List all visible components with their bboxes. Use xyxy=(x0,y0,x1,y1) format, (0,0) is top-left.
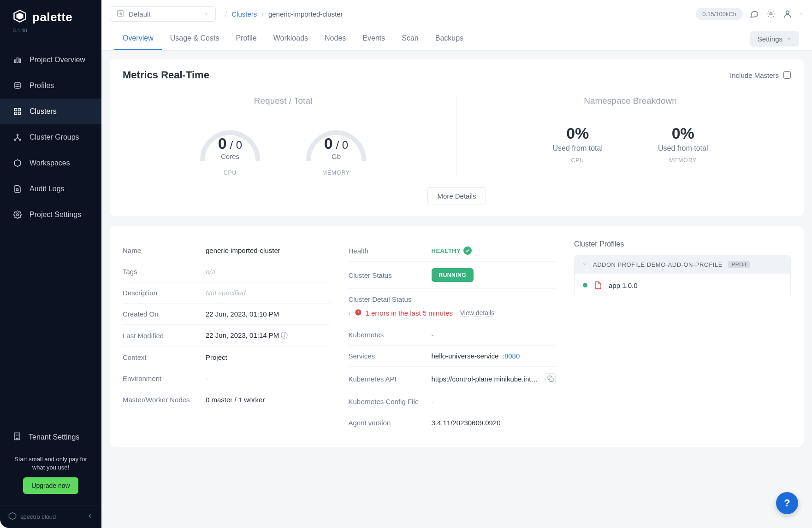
svg-rect-9 xyxy=(18,112,21,115)
svg-rect-8 xyxy=(14,112,17,115)
tab-scan[interactable]: Scan xyxy=(393,28,427,50)
cluster-info-card: Namegeneric-imported-cluster Tagsn/a Des… xyxy=(110,226,804,447)
profile-header-label: ADDON PROFILE DEMO-ADD-ON-PROFILE xyxy=(593,261,723,268)
gear-icon xyxy=(13,210,22,219)
namespace-breakdown-column: Namespace Breakdown 0% Used from total C… xyxy=(457,96,804,176)
database-icon xyxy=(13,81,22,90)
info-icon[interactable]: ⓘ xyxy=(281,331,288,339)
cluster-error-row: › 1 errors in the last 5 minutes View de… xyxy=(349,309,495,317)
sidebar-item-label: Project Settings xyxy=(30,211,81,219)
profile-item[interactable]: app 1.0.0 xyxy=(575,274,790,297)
user-menu-chevron-icon xyxy=(799,10,804,18)
collapse-sidebar-button[interactable] xyxy=(87,513,93,521)
view-details-link[interactable]: View details xyxy=(460,309,494,317)
sidebar-item-audit-logs[interactable]: Audit Logs xyxy=(0,176,101,202)
include-masters-label: Include Masters xyxy=(730,71,779,79)
kubernetes-config-label: Kubernetes Config File xyxy=(349,398,427,405)
tags-value: n/a xyxy=(206,268,330,276)
spectro-icon xyxy=(8,512,17,522)
tab-backups[interactable]: Backups xyxy=(427,28,472,50)
breadcrumb-clusters-link[interactable]: Clusters xyxy=(231,10,257,18)
memory-gauge-label: MEMORY xyxy=(322,170,350,176)
description-value: Not specified. xyxy=(206,289,330,297)
svg-rect-6 xyxy=(14,108,17,111)
cpu-gauge-label: CPU xyxy=(224,170,237,176)
svg-point-19 xyxy=(770,13,772,15)
help-fab[interactable]: ? xyxy=(776,492,798,514)
cluster-detail-status-label: Cluster Detail Status xyxy=(349,295,412,303)
metrics-card: Metrics Real-Time Include Masters Reques… xyxy=(110,59,804,216)
environment-value: - xyxy=(206,375,330,382)
tab-profile[interactable]: Profile xyxy=(227,28,265,50)
chat-icon[interactable] xyxy=(749,9,759,19)
last-modified-value: 22 Jun, 2023, 01:14 PM ⓘ xyxy=(206,331,330,340)
request-total-title: Request / Total xyxy=(254,96,312,106)
profile-header[interactable]: ADDON PROFILE DEMO-ADD-ON-PROFILE PROJ xyxy=(575,255,790,274)
app-name: palette xyxy=(32,10,72,24)
sidebar-item-project-overview[interactable]: Project Overview xyxy=(0,47,101,73)
copy-button[interactable] xyxy=(545,373,556,384)
tenant-settings[interactable]: Tenant Settings xyxy=(0,424,101,451)
description-label: Description xyxy=(123,289,201,297)
tab-nodes[interactable]: Nodes xyxy=(316,28,354,50)
sidebar: palette 3.4.48 Project Overview Profiles… xyxy=(0,0,101,528)
sidebar-item-profiles[interactable]: Profiles xyxy=(0,73,101,99)
context-value: Project xyxy=(206,353,330,361)
user-menu[interactable] xyxy=(782,9,793,19)
tab-bar: Overview Usage & Costs Profile Workloads… xyxy=(101,28,812,51)
network-icon xyxy=(13,133,22,142)
include-masters-toggle[interactable]: Include Masters xyxy=(730,71,791,79)
created-on-label: Created On xyxy=(123,310,201,318)
helm-icon xyxy=(594,281,602,289)
svg-rect-3 xyxy=(17,58,18,63)
sidebar-item-label: Workspaces xyxy=(30,159,70,167)
svg-point-14 xyxy=(16,188,18,191)
master-worker-label: Master/Worker Nodes xyxy=(123,396,201,404)
metrics-title: Metrics Real-Time xyxy=(123,69,730,81)
svg-point-15 xyxy=(17,214,19,216)
project-selector[interactable]: Default xyxy=(110,6,216,22)
svg-point-11 xyxy=(14,139,16,141)
sidebar-item-clusters[interactable]: Clusters xyxy=(0,99,101,124)
sidebar-item-workspaces[interactable]: Workspaces xyxy=(0,150,101,176)
tab-workloads[interactable]: Workloads xyxy=(265,28,316,50)
tab-usage-costs[interactable]: Usage & Costs xyxy=(162,28,228,50)
chevron-down-icon xyxy=(582,261,587,268)
namespace-title: Namespace Breakdown xyxy=(584,96,677,106)
bar-chart-icon xyxy=(117,10,124,18)
spectro-cloud-bar: spectro cloud xyxy=(0,505,101,528)
svg-marker-17 xyxy=(9,513,16,520)
master-worker-value: 0 master / 1 worker xyxy=(206,396,330,404)
settings-gear-icon[interactable] xyxy=(766,9,776,19)
building-icon xyxy=(13,432,21,442)
grid-icon xyxy=(13,107,22,116)
upgrade-text: Start small and only pay for what you us… xyxy=(8,455,93,472)
sidebar-nav: Project Overview Profiles Clusters Clust… xyxy=(0,42,101,424)
memory-gauge-value: 0 / 0 xyxy=(324,135,348,153)
tab-overview[interactable]: Overview xyxy=(114,28,162,50)
upgrade-button[interactable]: Upgrade now xyxy=(23,477,78,494)
svg-point-10 xyxy=(17,134,18,135)
cpu-gauge-value: 0 / 0 xyxy=(218,135,242,153)
kubernetes-api-value: https://control-plane.minikube.intern... xyxy=(432,373,556,384)
health-label: Health xyxy=(349,247,427,255)
memory-gauge: 0 / 0 Gb MEMORY xyxy=(302,120,371,176)
chevron-right-icon[interactable]: › xyxy=(349,309,351,317)
ns-cpu-label: CPU xyxy=(571,157,584,164)
kubernetes-value: - xyxy=(432,331,556,339)
svg-point-5 xyxy=(15,82,20,85)
settings-dropdown[interactable]: Settings xyxy=(750,31,799,47)
svg-rect-7 xyxy=(18,108,21,111)
last-modified-label: Last Modified xyxy=(123,332,201,340)
tab-events[interactable]: Events xyxy=(354,28,393,50)
project-selector-label: Default xyxy=(129,10,151,18)
service-port-link[interactable]: :8080 xyxy=(503,352,520,360)
sidebar-item-project-settings[interactable]: Project Settings xyxy=(0,202,101,228)
content: Metrics Real-Time Include Masters Reques… xyxy=(101,51,812,528)
sidebar-item-cluster-groups[interactable]: Cluster Groups xyxy=(0,124,101,150)
proj-badge: PROJ xyxy=(728,261,750,268)
more-details-button[interactable]: More Details xyxy=(427,187,486,205)
kubernetes-api-label: Kubernetes API xyxy=(349,375,427,383)
services-value: hello-universe-service :8080 xyxy=(432,352,556,360)
include-masters-checkbox[interactable] xyxy=(783,71,791,79)
